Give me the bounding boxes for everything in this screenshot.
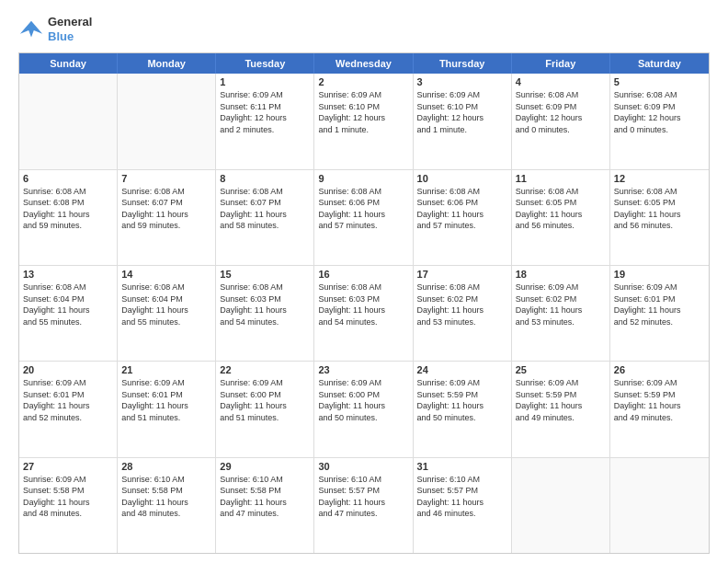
day-info: Sunrise: 6:09 AM Sunset: 5:59 PM Dayligh… xyxy=(614,377,705,423)
day-number: 14 xyxy=(121,269,211,280)
calendar-cell: 26Sunrise: 6:09 AM Sunset: 5:59 PM Dayli… xyxy=(610,362,709,456)
day-header-monday: Monday xyxy=(118,53,216,74)
day-number: 15 xyxy=(220,269,310,280)
logo-text: General Blue xyxy=(48,15,92,43)
day-number: 17 xyxy=(417,269,507,280)
day-header-tuesday: Tuesday xyxy=(216,53,314,74)
day-number: 10 xyxy=(417,173,507,184)
day-number: 20 xyxy=(23,364,113,375)
calendar-cell: 20Sunrise: 6:09 AM Sunset: 6:01 PM Dayli… xyxy=(19,362,118,456)
day-header-saturday: Saturday xyxy=(610,53,709,74)
day-info: Sunrise: 6:08 AM Sunset: 6:07 PM Dayligh… xyxy=(220,186,310,232)
calendar-week-3: 13Sunrise: 6:08 AM Sunset: 6:04 PM Dayli… xyxy=(19,266,709,362)
calendar-cell: 15Sunrise: 6:08 AM Sunset: 6:03 PM Dayli… xyxy=(216,266,314,361)
calendar-cell xyxy=(118,74,216,168)
logo: General Blue xyxy=(18,15,92,43)
day-info: Sunrise: 6:08 AM Sunset: 6:07 PM Dayligh… xyxy=(121,186,211,232)
calendar-cell: 23Sunrise: 6:09 AM Sunset: 6:00 PM Dayli… xyxy=(314,362,413,456)
calendar-cell: 14Sunrise: 6:08 AM Sunset: 6:04 PM Dayli… xyxy=(118,266,216,361)
calendar-cell: 27Sunrise: 6:09 AM Sunset: 5:58 PM Dayli… xyxy=(19,458,118,553)
day-number: 9 xyxy=(318,173,408,184)
day-info: Sunrise: 6:09 AM Sunset: 6:01 PM Dayligh… xyxy=(121,377,211,423)
day-number: 2 xyxy=(318,76,408,87)
day-number: 1 xyxy=(220,76,310,87)
day-info: Sunrise: 6:09 AM Sunset: 6:10 PM Dayligh… xyxy=(318,89,408,135)
header: General Blue xyxy=(18,15,710,43)
calendar-cell: 28Sunrise: 6:10 AM Sunset: 5:58 PM Dayli… xyxy=(118,458,216,553)
day-number: 12 xyxy=(614,173,705,184)
logo-icon xyxy=(18,17,44,42)
day-info: Sunrise: 6:09 AM Sunset: 6:00 PM Dayligh… xyxy=(318,377,408,423)
day-number: 25 xyxy=(516,364,606,375)
day-info: Sunrise: 6:08 AM Sunset: 6:09 PM Dayligh… xyxy=(614,89,705,135)
day-number: 7 xyxy=(121,173,211,184)
day-info: Sunrise: 6:10 AM Sunset: 5:57 PM Dayligh… xyxy=(417,474,507,520)
calendar-week-4: 20Sunrise: 6:09 AM Sunset: 6:01 PM Dayli… xyxy=(19,362,709,457)
day-header-thursday: Thursday xyxy=(414,53,512,74)
day-number: 24 xyxy=(417,364,507,375)
day-info: Sunrise: 6:08 AM Sunset: 6:05 PM Dayligh… xyxy=(614,186,705,232)
calendar-cell: 2Sunrise: 6:09 AM Sunset: 6:10 PM Daylig… xyxy=(314,74,413,168)
calendar-cell: 6Sunrise: 6:08 AM Sunset: 6:08 PM Daylig… xyxy=(19,170,118,265)
day-info: Sunrise: 6:08 AM Sunset: 6:04 PM Dayligh… xyxy=(23,282,113,327)
calendar-header: SundayMondayTuesdayWednesdayThursdayFrid… xyxy=(19,53,709,74)
day-number: 19 xyxy=(614,269,705,280)
day-number: 28 xyxy=(121,461,211,472)
calendar-cell: 29Sunrise: 6:10 AM Sunset: 5:58 PM Dayli… xyxy=(216,458,314,553)
calendar-cell: 17Sunrise: 6:08 AM Sunset: 6:02 PM Dayli… xyxy=(414,266,512,361)
day-number: 23 xyxy=(318,364,408,375)
calendar-cell: 7Sunrise: 6:08 AM Sunset: 6:07 PM Daylig… xyxy=(118,170,216,265)
day-number: 22 xyxy=(220,364,310,375)
calendar-week-2: 6Sunrise: 6:08 AM Sunset: 6:08 PM Daylig… xyxy=(19,170,709,266)
calendar-cell: 3Sunrise: 6:09 AM Sunset: 6:10 PM Daylig… xyxy=(414,74,512,168)
day-number: 5 xyxy=(614,76,705,87)
day-info: Sunrise: 6:09 AM Sunset: 6:10 PM Dayligh… xyxy=(417,89,507,135)
day-info: Sunrise: 6:09 AM Sunset: 6:02 PM Dayligh… xyxy=(516,282,606,327)
calendar-week-1: 1Sunrise: 6:09 AM Sunset: 6:11 PM Daylig… xyxy=(19,74,709,169)
day-info: Sunrise: 6:08 AM Sunset: 6:09 PM Dayligh… xyxy=(516,89,606,135)
day-info: Sunrise: 6:09 AM Sunset: 6:11 PM Dayligh… xyxy=(220,89,310,135)
day-number: 13 xyxy=(23,269,113,280)
day-number: 11 xyxy=(516,173,606,184)
calendar-cell: 4Sunrise: 6:08 AM Sunset: 6:09 PM Daylig… xyxy=(512,74,610,168)
day-header-sunday: Sunday xyxy=(19,53,118,74)
calendar-cell: 30Sunrise: 6:10 AM Sunset: 5:57 PM Dayli… xyxy=(314,458,413,553)
calendar-week-5: 27Sunrise: 6:09 AM Sunset: 5:58 PM Dayli… xyxy=(19,458,709,553)
day-info: Sunrise: 6:09 AM Sunset: 6:01 PM Dayligh… xyxy=(614,282,705,327)
calendar-cell xyxy=(512,458,610,553)
day-info: Sunrise: 6:08 AM Sunset: 6:08 PM Dayligh… xyxy=(23,186,113,232)
day-info: Sunrise: 6:08 AM Sunset: 6:03 PM Dayligh… xyxy=(318,282,408,327)
day-number: 4 xyxy=(516,76,606,87)
calendar-cell: 1Sunrise: 6:09 AM Sunset: 6:11 PM Daylig… xyxy=(216,74,314,168)
day-info: Sunrise: 6:08 AM Sunset: 6:04 PM Dayligh… xyxy=(121,282,211,327)
day-number: 8 xyxy=(220,173,310,184)
day-info: Sunrise: 6:09 AM Sunset: 5:58 PM Dayligh… xyxy=(23,474,113,520)
calendar-body: 1Sunrise: 6:09 AM Sunset: 6:11 PM Daylig… xyxy=(19,74,709,553)
calendar-cell: 21Sunrise: 6:09 AM Sunset: 6:01 PM Dayli… xyxy=(118,362,216,456)
day-header-friday: Friday xyxy=(512,53,610,74)
day-number: 21 xyxy=(121,364,211,375)
day-number: 3 xyxy=(417,76,507,87)
day-info: Sunrise: 6:08 AM Sunset: 6:05 PM Dayligh… xyxy=(516,186,606,232)
calendar-cell: 22Sunrise: 6:09 AM Sunset: 6:00 PM Dayli… xyxy=(216,362,314,456)
day-info: Sunrise: 6:08 AM Sunset: 6:03 PM Dayligh… xyxy=(220,282,310,327)
day-number: 27 xyxy=(23,461,113,472)
day-info: Sunrise: 6:10 AM Sunset: 5:57 PM Dayligh… xyxy=(318,474,408,520)
day-number: 30 xyxy=(318,461,408,472)
calendar-cell: 11Sunrise: 6:08 AM Sunset: 6:05 PM Dayli… xyxy=(512,170,610,265)
calendar-cell: 10Sunrise: 6:08 AM Sunset: 6:06 PM Dayli… xyxy=(414,170,512,265)
day-info: Sunrise: 6:08 AM Sunset: 6:06 PM Dayligh… xyxy=(417,186,507,232)
day-number: 29 xyxy=(220,461,310,472)
day-info: Sunrise: 6:09 AM Sunset: 6:00 PM Dayligh… xyxy=(220,377,310,423)
calendar-cell: 31Sunrise: 6:10 AM Sunset: 5:57 PM Dayli… xyxy=(414,458,512,553)
day-number: 18 xyxy=(516,269,606,280)
day-number: 16 xyxy=(318,269,408,280)
calendar-cell: 8Sunrise: 6:08 AM Sunset: 6:07 PM Daylig… xyxy=(216,170,314,265)
day-info: Sunrise: 6:08 AM Sunset: 6:02 PM Dayligh… xyxy=(417,282,507,327)
day-number: 26 xyxy=(614,364,705,375)
calendar-cell xyxy=(610,458,709,553)
calendar-cell: 13Sunrise: 6:08 AM Sunset: 6:04 PM Dayli… xyxy=(19,266,118,361)
day-info: Sunrise: 6:10 AM Sunset: 5:58 PM Dayligh… xyxy=(121,474,211,520)
calendar-cell: 9Sunrise: 6:08 AM Sunset: 6:06 PM Daylig… xyxy=(314,170,413,265)
day-info: Sunrise: 6:09 AM Sunset: 6:01 PM Dayligh… xyxy=(23,377,113,423)
